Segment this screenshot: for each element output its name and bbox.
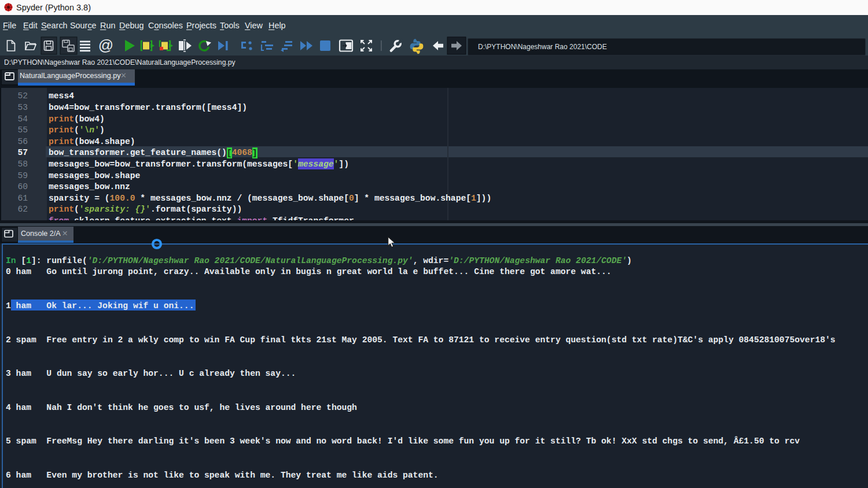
svg-text:@: @ xyxy=(98,36,113,54)
